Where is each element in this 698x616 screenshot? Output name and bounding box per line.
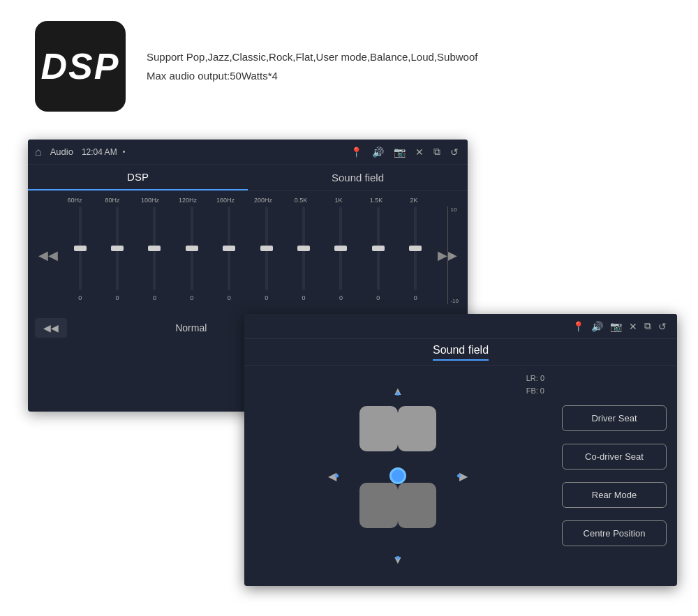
slider-value-5: 0 — [265, 294, 268, 301]
status-bar: ⌂ Audio 12:04 AM • 📍 🔊 📷 ✕ ⧉ ↺ — [28, 140, 468, 165]
slider-thumb-9[interactable] — [409, 246, 422, 251]
arrow-up-icon[interactable]: ▲ — [392, 385, 403, 398]
sf-buttons-panel: Driver Seat Co-driver Seat Rear Mode Cen… — [551, 366, 677, 586]
dot-left — [335, 474, 339, 478]
slider-value-3: 0 — [190, 294, 193, 301]
screen-icon[interactable]: ⧉ — [433, 146, 440, 158]
close-icon[interactable]: ✕ — [415, 147, 424, 158]
tab-dsp[interactable]: DSP — [28, 165, 248, 190]
eq-slider-8[interactable]: 0 — [376, 206, 380, 304]
slider-value-4: 0 — [228, 294, 231, 301]
dot-bottom — [396, 556, 400, 559]
eq-freq-labels: 60Hz 80Hz 100Hz 120Hz 160Hz 200Hz 0.5K 1… — [56, 197, 433, 204]
slider-track-5 — [265, 206, 268, 290]
rear-mode-button[interactable]: Rear Mode — [562, 482, 667, 508]
slider-track-7 — [339, 206, 342, 290]
slider-value-0: 0 — [78, 294, 82, 301]
dsp-logo-box: DSP — [35, 21, 126, 112]
sf-location-icon: 📍 — [572, 321, 584, 332]
driver-seat-button[interactable]: Driver Seat — [562, 405, 667, 431]
seat-front-left — [359, 406, 398, 451]
eq-slider-6[interactable]: 0 — [302, 206, 306, 304]
dsp-header-section: DSP Support Pop,Jazz,Classic,Rock,Flat,U… — [35, 21, 477, 112]
dot-right — [457, 474, 461, 478]
eq-slider-2[interactable]: 0 — [153, 206, 156, 304]
eq-sliders: 0000000000 10 0 -10 — [61, 206, 434, 304]
sf-camera-icon[interactable]: 📷 — [610, 321, 622, 332]
tab-bar: DSP Sound field — [28, 165, 468, 191]
status-dot: • — [123, 148, 126, 156]
freq-label-8: 1.5K — [362, 197, 390, 204]
freq-label-1: 80Hz — [98, 197, 126, 204]
slider-value-2: 0 — [153, 294, 156, 301]
eq-sliders-container: ◀◀ 0000000000 10 0 -10 ▶▶ — [35, 206, 461, 304]
eq-slider-1[interactable]: 0 — [116, 206, 119, 304]
eq-area: 60Hz 80Hz 100Hz 120Hz 160Hz 200Hz 0.5K 1… — [28, 191, 468, 307]
slider-thumb-2[interactable] — [148, 246, 161, 251]
eq-slider-4[interactable]: 0 — [228, 206, 231, 304]
sf-content: LR: 0 FB: 0 ▲ ▼ ◀ ▶ Driver — [244, 366, 677, 586]
eq-slider-7[interactable]: 0 — [339, 206, 343, 304]
slider-track-8 — [377, 206, 380, 290]
app-name: Audio — [50, 147, 73, 157]
scale-10: 10 — [448, 206, 459, 213]
eq-slider-3[interactable]: 0 — [190, 206, 193, 304]
slider-value-1: 0 — [116, 294, 119, 301]
freq-label-5: 200Hz — [249, 197, 277, 204]
scale-0: 0 — [448, 253, 459, 259]
slider-track-6 — [302, 206, 305, 290]
sf-close-icon[interactable]: ✕ — [629, 321, 637, 332]
slider-thumb-0[interactable] — [74, 246, 87, 251]
back-icon[interactable]: ↺ — [450, 147, 459, 158]
freq-label-6: 0.5K — [287, 197, 315, 204]
eq-scale: 10 0 -10 — [447, 206, 459, 304]
sf-volume-icon[interactable]: 🔊 — [591, 321, 603, 332]
freq-label-2: 100Hz — [136, 197, 164, 204]
sf-tab-title[interactable]: Sound field — [433, 344, 489, 361]
slider-thumb-8[interactable] — [372, 246, 385, 251]
centre-position-button[interactable]: Centre Position — [562, 520, 667, 546]
dsp-logo-text: DSP — [41, 45, 120, 87]
slider-track-3 — [191, 206, 193, 290]
dot-top — [396, 392, 400, 396]
center-dot[interactable] — [389, 467, 406, 484]
camera-icon[interactable]: 📷 — [394, 147, 406, 158]
description-line2: Max audio output:50Watts*4 — [147, 66, 477, 85]
freq-label-4: 160Hz — [211, 197, 239, 204]
prev-button[interactable]: ◀◀ — [35, 318, 67, 338]
slider-value-6: 0 — [302, 294, 306, 301]
co-driver-seat-button[interactable]: Co-driver Seat — [562, 444, 667, 469]
eq-slider-0[interactable]: 0 — [78, 206, 82, 304]
freq-label-7: 1K — [325, 197, 352, 204]
eq-slider-5[interactable]: 0 — [265, 206, 268, 304]
sf-tab-bar: Sound field — [244, 339, 677, 366]
slider-thumb-4[interactable] — [223, 246, 235, 251]
eq-slider-9[interactable]: 0 — [414, 206, 417, 304]
slider-thumb-5[interactable] — [260, 246, 273, 251]
slider-value-7: 0 — [339, 294, 343, 301]
fb-label: FB: 0 — [526, 385, 544, 398]
slider-track-0 — [79, 206, 82, 290]
seat-rear-right — [398, 483, 436, 528]
slider-thumb-7[interactable] — [334, 246, 347, 251]
tab-soundfield[interactable]: Sound field — [248, 165, 468, 190]
home-icon[interactable]: ⌂ — [35, 146, 42, 158]
slider-track-9 — [414, 206, 417, 290]
sf-screen-icon[interactable]: ⧉ — [644, 320, 651, 332]
dsp-description: Support Pop,Jazz,Classic,Rock,Flat,User … — [147, 47, 477, 85]
freq-label-3: 120Hz — [174, 197, 202, 204]
slider-thumb-6[interactable] — [297, 246, 310, 251]
freq-label-9: 2K — [400, 197, 428, 204]
volume-icon[interactable]: 🔊 — [372, 147, 384, 158]
time-display: 12:04 AM — [82, 147, 117, 157]
sf-lr-fb: LR: 0 FB: 0 — [526, 373, 544, 397]
freq-label-0: 60Hz — [61, 197, 89, 204]
scale-minus10: -10 — [448, 298, 459, 304]
sf-back-icon[interactable]: ↺ — [658, 321, 667, 332]
eq-prev-arrow[interactable]: ◀◀ — [35, 248, 61, 263]
slider-thumb-3[interactable] — [186, 246, 198, 251]
slider-value-9: 0 — [414, 294, 417, 301]
sf-diagram-area: LR: 0 FB: 0 ▲ ▼ ◀ ▶ — [244, 366, 551, 586]
slider-thumb-1[interactable] — [111, 246, 124, 251]
seat-front-right — [398, 406, 436, 451]
